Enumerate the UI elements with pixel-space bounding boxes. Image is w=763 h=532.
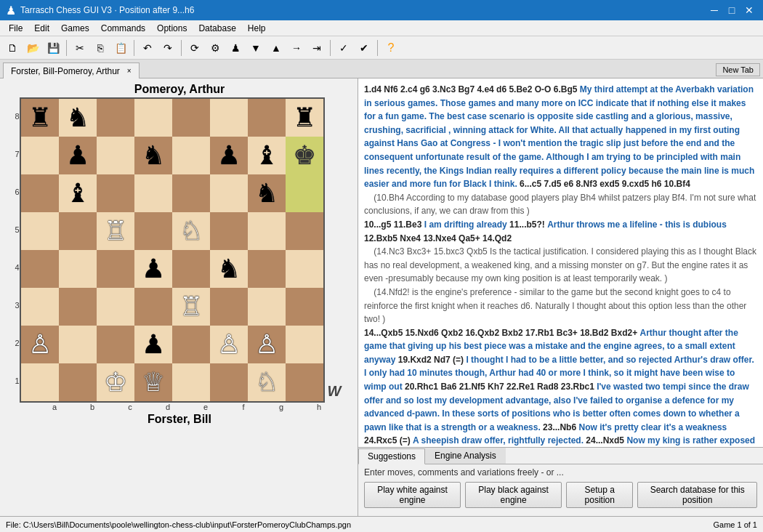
toolbar-save[interactable]: 💾 — [44, 39, 62, 57]
cell-h3[interactable] — [286, 288, 323, 326]
cell-d8[interactable] — [134, 99, 172, 137]
cell-h8[interactable]: ♜ — [286, 99, 323, 137]
cell-b4[interactable] — [59, 250, 97, 288]
game-text-area[interactable]: 1.d4 Nf6 2.c4 g6 3.Nc3 Bg7 4.e4 d6 5.Be2… — [358, 78, 763, 447]
cell-g1[interactable]: ♘ — [248, 363, 286, 401]
cell-g8[interactable] — [248, 99, 286, 137]
cell-c7[interactable] — [97, 137, 134, 174]
close-button[interactable]: ✕ — [741, 2, 757, 18]
cell-f3[interactable] — [210, 288, 248, 326]
cell-f6[interactable] — [210, 174, 248, 212]
toolbar-refresh[interactable]: ⟳ — [185, 39, 204, 57]
toolbar-cut[interactable]: ✂ — [70, 39, 89, 57]
cell-e7[interactable] — [172, 137, 210, 174]
cell-h1[interactable] — [286, 363, 323, 401]
toolbar-undo[interactable]: ↶ — [138, 39, 157, 57]
maximize-button[interactable]: □ — [724, 2, 740, 18]
toolbar-new[interactable]: 🗋 — [3, 39, 22, 57]
toolbar-end[interactable]: ⇥ — [307, 39, 326, 57]
cell-a1[interactable] — [21, 363, 59, 401]
cell-d7[interactable]: ♞ — [134, 137, 172, 174]
cell-f8[interactable] — [210, 99, 248, 137]
toolbar-forward[interactable]: → — [287, 39, 306, 57]
toolbar-check1[interactable]: ✓ — [334, 39, 353, 57]
cell-c4[interactable] — [97, 250, 134, 288]
cell-d1[interactable]: ♕ — [134, 363, 172, 401]
cell-e4[interactable] — [172, 250, 210, 288]
toolbar-pawn[interactable]: ♟ — [226, 39, 245, 57]
cell-d5[interactable] — [134, 212, 172, 250]
cell-c3[interactable] — [97, 288, 134, 326]
suggestions-tab[interactable]: Suggestions — [358, 448, 425, 464]
cell-b7[interactable]: ♟ — [59, 137, 97, 174]
engine-analysis-tab[interactable]: Engine Analysis — [425, 448, 506, 464]
minimize-button[interactable]: ─ — [706, 2, 722, 18]
toolbar-help[interactable]: ? — [382, 39, 400, 57]
cell-h4[interactable] — [286, 250, 323, 288]
cell-a2[interactable]: ♙ — [21, 326, 59, 363]
cell-e5[interactable]: ♘ — [172, 212, 210, 250]
cell-g7[interactable]: ♝ — [248, 137, 286, 174]
cell-b5[interactable] — [59, 212, 97, 250]
cell-b2[interactable] — [59, 326, 97, 363]
cell-a8[interactable]: ♜ — [21, 99, 59, 137]
cell-e8[interactable] — [172, 99, 210, 137]
menu-help[interactable]: Help — [242, 20, 272, 36]
play-white-button[interactable]: Play white against engine — [364, 482, 461, 508]
menu-options[interactable]: Options — [151, 20, 193, 36]
cell-b1[interactable] — [59, 363, 97, 401]
cell-h6[interactable] — [286, 174, 323, 212]
tab-game[interactable]: Forster, Bill-Pomeroy, Arthur × — [3, 63, 140, 78]
toolbar-up[interactable]: ▲ — [267, 39, 286, 57]
play-black-button[interactable]: Play black against engine — [465, 482, 562, 508]
menu-edit[interactable]: Edit — [28, 20, 55, 36]
cell-h5[interactable] — [286, 212, 323, 250]
cell-f7[interactable]: ♟ — [210, 137, 248, 174]
menu-commands[interactable]: Commands — [95, 20, 151, 36]
toolbar-open[interactable]: 📂 — [23, 39, 42, 57]
cell-d2[interactable]: ♟ — [134, 326, 172, 363]
toolbar-paste[interactable]: 📋 — [111, 39, 130, 57]
toolbar-check2[interactable]: ✔ — [355, 39, 374, 57]
cell-g3[interactable] — [248, 288, 286, 326]
menu-file[interactable]: File — [3, 20, 28, 36]
toolbar-down[interactable]: ▼ — [246, 39, 265, 57]
cell-h2[interactable] — [286, 326, 323, 363]
cell-b8[interactable]: ♞ — [59, 99, 97, 137]
cell-f5[interactable] — [210, 212, 248, 250]
menu-database[interactable]: Database — [193, 20, 241, 36]
toolbar-copy[interactable]: ⎘ — [91, 39, 110, 57]
setup-position-button[interactable]: Setup a position — [566, 482, 633, 508]
cell-g4[interactable] — [248, 250, 286, 288]
cell-g2[interactable]: ♙ — [248, 326, 286, 363]
search-database-button[interactable]: Search database for this position — [637, 482, 757, 508]
cell-e1[interactable] — [172, 363, 210, 401]
cell-e3[interactable]: ♖ — [172, 288, 210, 326]
cell-g5[interactable] — [248, 212, 286, 250]
cell-d4[interactable]: ♟ — [134, 250, 172, 288]
cell-f4[interactable]: ♞ — [210, 250, 248, 288]
cell-b3[interactable] — [59, 288, 97, 326]
cell-e2[interactable] — [172, 326, 210, 363]
cell-h7[interactable]: ♚ — [286, 137, 323, 174]
toolbar-redo[interactable]: ↷ — [158, 39, 177, 57]
cell-c6[interactable] — [97, 174, 134, 212]
cell-f1[interactable] — [210, 363, 248, 401]
cell-a4[interactable] — [21, 250, 59, 288]
cell-d3[interactable] — [134, 288, 172, 326]
cell-c8[interactable] — [97, 99, 134, 137]
cell-d6[interactable] — [134, 174, 172, 212]
new-tab-button[interactable]: New Tab — [716, 63, 760, 76]
tab-close-button[interactable]: × — [127, 67, 132, 75]
cell-c2[interactable] — [97, 326, 134, 363]
cell-b6[interactable]: ♝ — [59, 174, 97, 212]
cell-f2[interactable]: ♙ — [210, 326, 248, 363]
cell-a6[interactable] — [21, 174, 59, 212]
cell-g6[interactable]: ♞ — [248, 174, 286, 212]
cell-c1[interactable]: ♔ — [97, 363, 134, 401]
cell-a3[interactable] — [21, 288, 59, 326]
cell-a5[interactable] — [21, 212, 59, 250]
cell-e6[interactable] — [172, 174, 210, 212]
toolbar-engine[interactable]: ⚙ — [206, 39, 225, 57]
cell-a7[interactable] — [21, 137, 59, 174]
